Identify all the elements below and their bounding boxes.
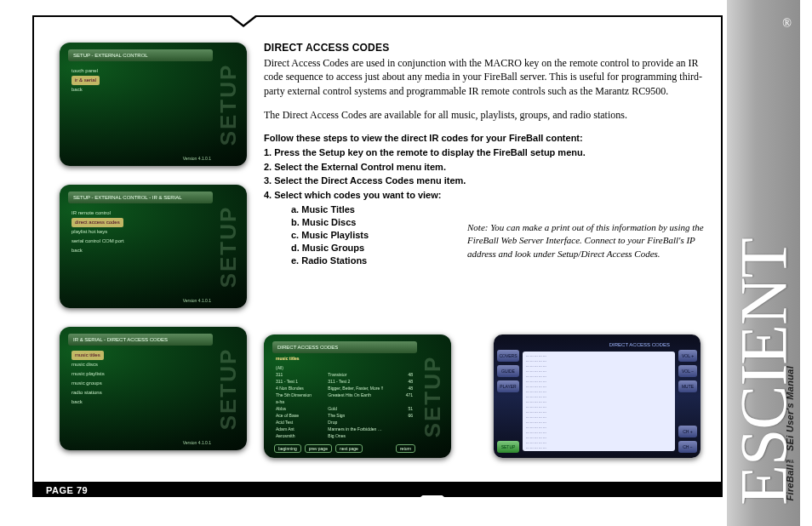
step-item: 4. Select which codes you want to view: xyxy=(264,189,706,202)
thumb-table-cell xyxy=(397,419,413,426)
menu-line: music playlists xyxy=(71,369,209,379)
thumb-table-cell: 66 xyxy=(397,412,413,419)
body-paragraph: Direct Access Codes are used in conjunct… xyxy=(264,56,706,98)
thumb-button: prev page xyxy=(305,444,332,453)
body-paragraph: The Direct Access Codes are available fo… xyxy=(264,108,706,122)
step-item: 1. Press the Setup key on the remote to … xyxy=(264,146,706,159)
thumb-table-cell: 4 Non Blondes xyxy=(276,385,324,392)
setup-watermark: SETUP xyxy=(215,347,242,430)
thumb-menu-lines: music titles music discs music playlists… xyxy=(71,351,209,407)
thumb-side-button: CH − xyxy=(678,441,697,453)
thumb-table-cell: 48 xyxy=(397,371,413,378)
thumb-side-button: COVERS xyxy=(497,350,519,362)
screenshot-ir-serial-menu: SETUP SETUP - EXTERNAL CONTROL - IR & SE… xyxy=(60,185,247,308)
thumb-table-cell xyxy=(397,432,413,439)
menu-line: back xyxy=(71,397,209,407)
brand-subtitle: FireBall™ SEi User's Manual xyxy=(785,366,795,500)
menu-line: music discs xyxy=(71,360,209,369)
sidebar-brand-strip: ® ESCIENT FireBall™ SEi User's Manual xyxy=(727,0,800,526)
thumb-button: beginning xyxy=(274,444,301,453)
thumb-side-button: GUIDE xyxy=(497,365,519,377)
thumb-table-cell: 311 xyxy=(276,371,324,378)
menu-line: music groups xyxy=(71,379,209,388)
thumb-side-button-setup: SETUP xyxy=(497,441,519,453)
thumb-header: IR & SERIAL - DIRECT ACCESS CODES xyxy=(68,334,213,346)
thumb-table-cell: a-ha xyxy=(276,398,324,405)
frame-line xyxy=(32,15,34,497)
thumb-button: return xyxy=(396,444,415,453)
step-item: 3. Select the Direct Access Codes menu i… xyxy=(264,174,706,187)
thumb-table-cell: 48 xyxy=(397,378,413,385)
note-paragraph: Note: You can make a print out of this i… xyxy=(467,221,706,260)
menu-line-highlight: direct access codes xyxy=(71,218,123,227)
thumb-table-cell: Adam Ant xyxy=(276,426,324,432)
thumb-table-cell xyxy=(397,398,413,405)
thumb-table-cell: 471 xyxy=(397,392,413,398)
screenshot-direct-access-codes-list: SETUP DIRECT ACCESS CODES music titles (… xyxy=(264,334,451,458)
menu-line: playlist hot keys xyxy=(71,227,209,237)
thumb-table-cell: Abba xyxy=(276,405,324,412)
thumb-table-cell: Ace of Base xyxy=(276,412,324,419)
substep-item: a. Music Titles xyxy=(291,203,706,216)
thumb-table-cell: 311 - Test 1 xyxy=(276,378,324,385)
menu-line: back xyxy=(71,246,209,255)
thumb-header: SETUP - EXTERNAL CONTROL - IR & SERIAL xyxy=(68,192,213,203)
thumb-button-row: beginning prev page next page return xyxy=(274,444,415,453)
menu-line: serial control COM port xyxy=(71,237,209,246)
thumb-right-buttons: VOL + VOL − MUTE CH + CH − xyxy=(678,350,697,453)
thumb-table-cell: Bigger, Better, Faster, More !! xyxy=(328,385,393,392)
setup-watermark: SETUP xyxy=(420,355,446,437)
thumb-table-cell: The 5th Dimension xyxy=(276,392,324,398)
thumb-menu-lines: touch panel ir & serial back xyxy=(71,66,209,94)
setup-watermark: SETUP xyxy=(215,205,242,288)
screenshot-direct-access-codes-menu: SETUP IR & SERIAL - DIRECT ACCESS CODES … xyxy=(60,327,247,450)
thumb-table-cell: (All) xyxy=(276,364,324,371)
thumb-table-cell xyxy=(328,398,393,405)
thumb-table-cell: Greatest Hits On Earth xyxy=(328,392,393,398)
menu-line: IR remote control xyxy=(71,209,209,218)
thumb-header: DIRECT ACCESS CODES xyxy=(272,341,417,353)
thumb-table-cell: Manners in the Forbidden … xyxy=(328,426,393,432)
thumb-header: DIRECT ACCESS CODES xyxy=(519,340,675,350)
thumb-table-cell xyxy=(397,426,413,432)
page-number: PAGE 79 xyxy=(34,485,88,495)
thumb-table-cell: Acid Test xyxy=(276,419,324,426)
thumb-table-cell: Big Ones xyxy=(328,432,393,439)
registered-mark: ® xyxy=(782,17,792,31)
thumb-table-cell xyxy=(328,364,393,371)
section-heading: DIRECT ACCESS CODES xyxy=(264,41,706,54)
thumb-table-cell: Gold xyxy=(328,405,393,412)
thumb-side-button: PLAYER xyxy=(497,380,519,392)
frame-line xyxy=(32,15,723,17)
thumb-table-cell: Transistor xyxy=(328,371,393,378)
thumb-button: next page xyxy=(335,444,363,453)
thumb-table-cell xyxy=(397,364,413,371)
thumb-header: SETUP - EXTERNAL CONTROL xyxy=(68,49,213,61)
frame-line xyxy=(32,495,723,497)
thumb-side-button: MUTE xyxy=(678,380,697,392)
version-label: Version 4.1.0.1 xyxy=(183,440,211,445)
screenshot-setup-external-control: SETUP SETUP - EXTERNAL CONTROL touch pan… xyxy=(60,43,247,166)
thumb-left-buttons: COVERS GUIDE PLAYER SETUP xyxy=(497,350,519,453)
thumb-table-lines: music titles (All)311Transistor48311 - T… xyxy=(276,355,413,439)
menu-line-highlight: music titles xyxy=(71,351,104,360)
page-number-bar: PAGE 79 xyxy=(34,482,721,495)
thumb-table-cell: Aerosmith xyxy=(276,432,324,439)
thumb-table-cell: Drop xyxy=(328,419,393,426)
menu-line-highlight: ir & serial xyxy=(71,76,100,85)
frame-line xyxy=(721,15,723,497)
thumb-table-cell: 51 xyxy=(397,405,413,412)
version-label: Version 4.1.0.1 xyxy=(183,298,211,303)
thumb-side-button: VOL + xyxy=(678,350,697,362)
menu-line: touch panel xyxy=(71,66,209,76)
thumb-side-button: CH + xyxy=(678,426,697,437)
menu-line: back xyxy=(71,85,209,94)
thumb-list-pane: ··· ··· ··· ··· ······ ··· ··· ··· ·····… xyxy=(523,352,675,451)
thumb-side-button: VOL − xyxy=(678,365,697,377)
thumb-menu-lines: IR remote control direct access codes pl… xyxy=(71,209,209,255)
steps-intro: Follow these steps to view the direct IR… xyxy=(264,132,706,145)
thumb-table-cell: 48 xyxy=(397,385,413,392)
step-item: 2. Select the External Control menu item… xyxy=(264,161,706,174)
thumb-subtitle: music titles xyxy=(276,355,413,362)
thumb-table-cell: The Sign xyxy=(328,412,393,419)
